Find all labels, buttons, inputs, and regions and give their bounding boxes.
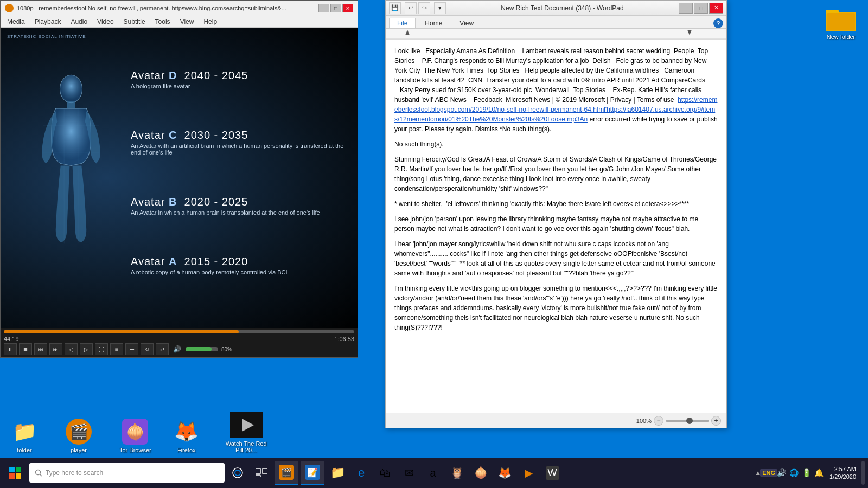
taskbar-unknown-btn[interactable]: W: [541, 461, 563, 485]
desktop-icon-folder[interactable]: 📁 folder: [5, 419, 43, 453]
taskbar-notifications-icon[interactable]: 🔔: [813, 467, 824, 478]
new-folder-icon[interactable]: New folder: [819, 5, 863, 40]
zoom-in-button[interactable]: +: [711, 416, 721, 426]
avatar-b-desc: An Avatar in which a human brain is tran…: [131, 209, 347, 216]
wordpad-minimize-button[interactable]: —: [679, 3, 693, 14]
tor-browser-label: Tor Browser: [119, 447, 151, 453]
wordpad-tab-file[interactable]: File: [389, 18, 416, 28]
wordpad-tab-view[interactable]: View: [451, 18, 482, 28]
wordpad-help-button[interactable]: ?: [713, 18, 723, 28]
content-link[interactable]: https://rememeberlessfool.blogspot.com/2…: [394, 96, 717, 123]
taskbar-network-icon[interactable]: 🌐: [788, 467, 799, 478]
taskbar-wordpad-btn[interactable]: 📝: [301, 461, 324, 485]
vlc-icon: [5, 4, 14, 12]
wordpad-statusbar: 100% − +: [386, 413, 726, 428]
content-para-5: I see john/jon 'person' upon leaving the…: [394, 214, 718, 234]
desktop-icon-firefox[interactable]: 🦊 Firefox: [168, 419, 206, 453]
vlc-time-row: 44:19 1:06:53: [4, 336, 354, 342]
vlc-menu-video[interactable]: Video: [93, 17, 118, 27]
vlc-close-button[interactable]: ✕: [342, 4, 353, 12]
zoom-slider[interactable]: [666, 420, 709, 422]
wordpad-save-btn[interactable]: 💾: [389, 2, 401, 14]
wordpad-titlebar: 💾 ↩ ↪ ▾ New Rich Text Document (348) - W…: [386, 1, 726, 16]
taskbar-tripadvisor-btn[interactable]: 🦉: [446, 461, 468, 485]
avatar-c-desc: An Avatar with an artificial brain in wh…: [131, 143, 347, 156]
zoom-controls: 100% − +: [636, 416, 721, 426]
content-para-3: Stunning Ferocity/God Is Great/A Feast o…: [394, 155, 718, 194]
content-para-6: I hear 'john/jon mayer song/lyricswhilw …: [394, 239, 718, 278]
taskbar-explorer-btn[interactable]: 📁: [327, 461, 348, 485]
notification-area: ENG 🔊 🌐 🔋 🔔: [763, 467, 824, 478]
taskbar-vlc-btn[interactable]: 🎬: [275, 461, 298, 485]
taskbar-firefox-btn[interactable]: 🦊: [494, 461, 515, 485]
vlc-menu-view[interactable]: View: [176, 17, 199, 27]
taskbar-mail-btn[interactable]: ✉: [398, 461, 420, 485]
desktop-icon-video-label: Watch The Red Pill 20...: [222, 440, 271, 453]
wordpad-content[interactable]: Look like Especially Amana As Definition…: [386, 40, 726, 413]
zoom-out-button[interactable]: −: [654, 416, 663, 426]
vlc-menu-playback[interactable]: Playback: [30, 17, 66, 27]
svg-marker-10: [405, 30, 410, 35]
vlc-minimize-button[interactable]: —: [318, 4, 329, 12]
vlc-menu-help[interactable]: Help: [199, 17, 221, 27]
taskbar-tor-icon: 🧅: [474, 466, 488, 479]
task-view-button[interactable]: [251, 461, 272, 485]
taskbar-volume-icon[interactable]: 🔊: [776, 467, 787, 478]
taskbar-search-bar[interactable]: Type here to search: [29, 463, 225, 483]
avatar-c-title: Avatar C 2030 - 2035: [131, 129, 347, 142]
cortana-icon: [232, 467, 244, 479]
vlc-title: 1080p - rememberlessfool No self, no fre…: [17, 5, 315, 11]
wordpad-customize-btn[interactable]: ▾: [434, 2, 446, 14]
content-para-4: * went to shelter, 'el leftovers' thinkn…: [394, 199, 718, 209]
vlc-maximize-button[interactable]: □: [330, 4, 341, 12]
wordpad-close-button[interactable]: ✕: [709, 3, 723, 14]
taskbar-clock[interactable]: 2:57 AM 1/29/2020: [826, 465, 859, 481]
vlc-menu-audio[interactable]: Audio: [66, 17, 92, 27]
taskbar-store-btn[interactable]: 🛍: [374, 461, 396, 485]
taskbar-battery-icon[interactable]: 🔋: [801, 467, 812, 478]
svg-line-17: [40, 474, 42, 477]
vlc-menu-tools[interactable]: Tools: [151, 17, 175, 27]
edge-icon: e: [358, 466, 365, 480]
vlc-video-area: STRATEGIC SOCIAL INITIATIVE: [1, 28, 358, 328]
vlc-menu-media[interactable]: Media: [3, 17, 29, 27]
start-button[interactable]: [3, 461, 27, 485]
store-icon: 🛍: [380, 467, 391, 479]
wordpad-window: 💾 ↩ ↪ ▾ New Rich Text Document (348) - W…: [385, 0, 727, 428]
language-icon[interactable]: ENG: [763, 467, 774, 478]
avatar-a-desc: A robotic copy of a human body remotely …: [131, 269, 347, 275]
taskbar-tor-btn[interactable]: 🧅: [470, 461, 492, 485]
desktop-icon-player[interactable]: 🎬 player: [60, 419, 98, 453]
svg-rect-15: [827, 13, 855, 30]
svg-marker-11: [687, 30, 692, 35]
svg-rect-22: [256, 475, 260, 477]
vlc-menu-subtitle[interactable]: Subtitle: [119, 17, 150, 27]
taskbar-vlc2-btn[interactable]: ▶: [518, 461, 539, 485]
search-placeholder: Type here to search: [46, 469, 103, 477]
svg-rect-1: [67, 101, 75, 108]
show-desktop-button[interactable]: [861, 461, 865, 485]
cortana-button[interactable]: [227, 461, 248, 485]
wordpad-toolbar-icons: 💾 ↩ ↪ ▾: [389, 2, 446, 14]
taskbar-vlc-icon: 🎬: [279, 465, 294, 480]
wordpad-tab-home[interactable]: Home: [417, 18, 450, 28]
vlc-window-controls: — □ ✕: [318, 4, 353, 12]
wordpad-redo-btn[interactable]: ↪: [418, 2, 430, 14]
taskbar-date: 1/29/2020: [829, 473, 856, 480]
desktop-icon-tor[interactable]: 🧅 Tor Browser: [119, 419, 151, 453]
vlc2-icon: ▶: [525, 466, 533, 479]
content-para-2: No such thing(s).: [394, 139, 718, 149]
language-label: ENG: [760, 469, 777, 477]
taskbar-amazon-btn[interactable]: a: [422, 461, 444, 485]
vlc-window: 1080p - rememberlessfool No self, no fre…: [0, 0, 358, 358]
svg-point-0: [60, 75, 82, 102]
wordpad-undo-btn[interactable]: ↩: [405, 2, 417, 14]
avatar-info: Avatar D 2040 - 2045 A hologram-like ava…: [131, 44, 347, 301]
vlc-time-elapsed: 44:19: [4, 336, 19, 342]
svg-point-18: [233, 468, 242, 478]
wordpad-maximize-button[interactable]: □: [694, 3, 708, 14]
amazon-icon: a: [430, 467, 436, 479]
desktop-icon-video[interactable]: Watch The Red Pill 20...: [222, 412, 271, 453]
taskbar-edge-btn[interactable]: e: [350, 461, 372, 485]
vlc-progress-bar[interactable]: [4, 330, 354, 333]
